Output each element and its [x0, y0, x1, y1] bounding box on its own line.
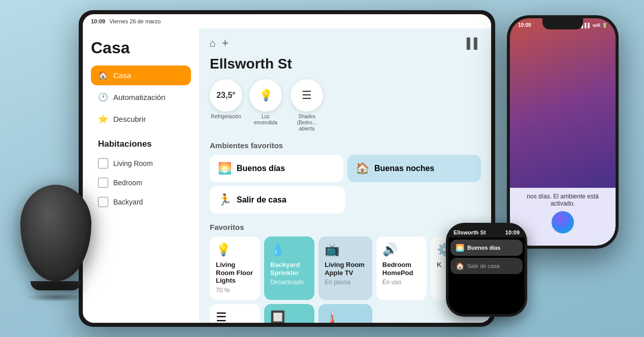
fav-card-apple-tv[interactable]: 📺 Living Room Apple TV En pausa [318, 237, 372, 300]
home-icon: 🏠 [98, 71, 108, 80]
watch-salir-icon: 🏠 [456, 262, 464, 270]
homepod-icon: 🔊 [382, 243, 421, 257]
circle-label-refrigeracion: Refrigeración [211, 114, 241, 120]
status-circles: 23,5° Refrigeración 💡 Luzencendida [210, 79, 481, 132]
wifi-icon: wifi [593, 23, 600, 28]
iphone: 10:09 ▌▌▌ wifi 🔋 nos días. El ambiente e… [507, 15, 619, 249]
homepod-body [20, 185, 91, 281]
iphone-status-right: ▌▌▌ wifi 🔋 [582, 22, 607, 28]
scenes-row-2: 🏃 Salir de casa [210, 186, 481, 214]
apple-tv-icon: 📺 [325, 243, 366, 257]
apple-tv-title: Living Room Apple TV [325, 261, 366, 277]
homepod-shadow [25, 293, 86, 301]
kitchen-switch-icon: 🔲 [270, 310, 308, 323]
fav-card-homepod[interactable]: 🔊 Bedroom HomePod En uso [376, 237, 427, 300]
siri-ball [552, 211, 574, 233]
scene-card-buenos-dias[interactable]: 🌅 Buenos días [210, 155, 343, 182]
sidebar-item-descubrir[interactable]: ⭐ Descubrir [91, 109, 191, 129]
circle-badge-temp: 23,5° [210, 79, 242, 112]
add-button[interactable]: + [222, 37, 229, 50]
scene-card-salir[interactable]: 🏃 Salir de casa [210, 186, 345, 214]
bulb-icon: 💡 [259, 89, 273, 102]
fav-card-floor-lights[interactable]: 💡 Living Room Floor Lights 70 % [210, 237, 260, 300]
watch-card-salir[interactable]: 🏠 Salir de casa [450, 258, 523, 274]
sidebar-label-descubrir: Descubrir [113, 115, 146, 123]
iphone-screen: 10:09 ▌▌▌ wifi 🔋 nos días. El ambiente e… [510, 18, 616, 246]
watch-time: 10:09 [505, 229, 520, 235]
room-label-bedroom: Bedroom [113, 179, 142, 187]
watch-home-label: Ellsworth St [454, 229, 486, 235]
status-circle-luz[interactable]: 💡 Luzencendida [249, 79, 282, 132]
ipad-screen: 10:09 Viernes 26 de marzo Casa 🏠 Casa 🕐 … [83, 14, 491, 323]
homepod-status: En uso [382, 279, 421, 286]
sidebar-item-casa[interactable]: 🏠 Casa [91, 65, 191, 85]
homepod-mesh [25, 190, 86, 276]
sprinkler-title: Backyard Sprinkler [270, 261, 308, 277]
iphone-time: 10:09 [518, 22, 531, 28]
sidebar-item-automatizacion[interactable]: 🕐 Automatización [91, 87, 191, 107]
scenes-section-header: Ambientes favoritos [210, 141, 481, 150]
homepod-base [30, 281, 81, 290]
salir-label: Salir de casa [237, 195, 286, 205]
status-circle-shades[interactable]: ☰ Shades (Bedro...abierta [289, 79, 325, 132]
ipad-main: Casa 🏠 Casa 🕐 Automatización ⭐ Descubrir… [83, 28, 491, 323]
fav-card-kitchen-switch[interactable]: 🔲 Kitchen Switch Desactivado [264, 304, 314, 323]
clock-icon: 🕐 [98, 92, 108, 102]
page-title: Ellsworth St [210, 56, 481, 72]
sidebar-room-backyard[interactable]: Backyard [91, 193, 191, 211]
circle-badge-luz: 💡 [249, 79, 282, 112]
watch-card-buenos-dias[interactable]: 🌅 Buenos días [450, 240, 523, 256]
watch-salir-label: Salir de casa [467, 263, 500, 269]
circle-label-shades: Shades (Bedro...abierta [289, 114, 325, 132]
ipad-time: 10:09 [91, 18, 105, 24]
siri-text: nos días. El ambiente está activado. [517, 193, 608, 207]
circle-label-luz: Luzencendida [254, 114, 277, 126]
status-circle-refrigeracion[interactable]: 23,5° Refrigeración [210, 79, 242, 132]
fav-card-shades[interactable]: ☰ Bedroom Shades Abrir [210, 304, 260, 323]
fav-card-sprinkler[interactable]: 💧 Backyard Sprinkler Desactivado [264, 237, 314, 300]
main-header: ⌂ + ▌▌ [210, 37, 481, 50]
sprinkler-status: Desactivado [270, 279, 308, 286]
floor-lights-title: Living Room Floor Lights [216, 261, 254, 285]
watch-screen: Ellsworth St 10:09 🌅 Buenos días 🏠 Salir… [448, 225, 525, 314]
watch-buenos-dias-icon: 🌅 [456, 244, 464, 252]
floor-lights-icon: 💡 [216, 243, 254, 257]
sidebar-title: Casa [91, 39, 191, 57]
ipad-status-bar: 10:09 Viernes 26 de marzo [83, 14, 491, 28]
sprinkler-icon: 💧 [270, 243, 308, 257]
shades-fav-icon: ☰ [216, 310, 254, 323]
buenos-dias-icon: 🌅 [218, 162, 232, 175]
apple-tv-status: En pausa [325, 279, 366, 286]
scene: 10:09 Viernes 26 de marzo Casa 🏠 Casa 🕐 … [0, 0, 644, 337]
buenos-dias-label: Buenos días [237, 164, 285, 173]
sidebar-room-bedroom[interactable]: Bedroom [91, 174, 191, 192]
fav-card-thermostat[interactable]: 🌡️ Entrance Thermostat... Refrig. a 22,0… [318, 304, 372, 323]
home-nav-icon[interactable]: ⌂ [210, 38, 216, 49]
shades-icon: ☰ [302, 89, 312, 102]
scenes-row-1: 🌅 Buenos días 🏠 Buenas noches [210, 155, 481, 182]
ipad: 10:09 Viernes 26 de marzo Casa 🏠 Casa 🕐 … [79, 10, 495, 327]
homepod-title: Bedroom HomePod [382, 261, 421, 277]
room-icon-backyard [98, 197, 108, 207]
ipad-date: Viernes 26 de marzo [109, 18, 160, 24]
homepod-mini [15, 185, 96, 317]
scenes-grid: 🌅 Buenos días 🏠 Buenas noches 🏃 [210, 155, 481, 214]
favorites-section-header: Favoritos [210, 223, 481, 231]
room-label-livingroom: Living Room [113, 159, 153, 167]
floor-lights-status: 70 % [216, 287, 254, 294]
favorites-grid: 💡 Living Room Floor Lights 70 % 💧 Backya… [210, 237, 481, 323]
sidebar: Casa 🏠 Casa 🕐 Automatización ⭐ Descubrir… [83, 28, 200, 323]
sidebar-label-automatizacion: Automatización [113, 93, 166, 102]
main-header-left: ⌂ + [210, 37, 229, 50]
buenas-noches-icon: 🏠 [356, 162, 369, 175]
sidebar-room-livingroom[interactable]: Living Room [91, 154, 191, 173]
room-icon-livingroom [98, 158, 108, 168]
watch-buenos-dias-label: Buenos días [467, 245, 500, 251]
star-icon: ⭐ [98, 114, 108, 124]
rooms-section-title: Habitaciones [98, 139, 191, 149]
battery-icon: 🔋 [602, 23, 607, 28]
siri-icon[interactable]: ▌▌ [467, 38, 481, 49]
sidebar-label-casa: Casa [113, 71, 131, 80]
iphone-notch [542, 18, 583, 29]
scene-card-buenas-noches[interactable]: 🏠 Buenas noches [347, 155, 481, 182]
